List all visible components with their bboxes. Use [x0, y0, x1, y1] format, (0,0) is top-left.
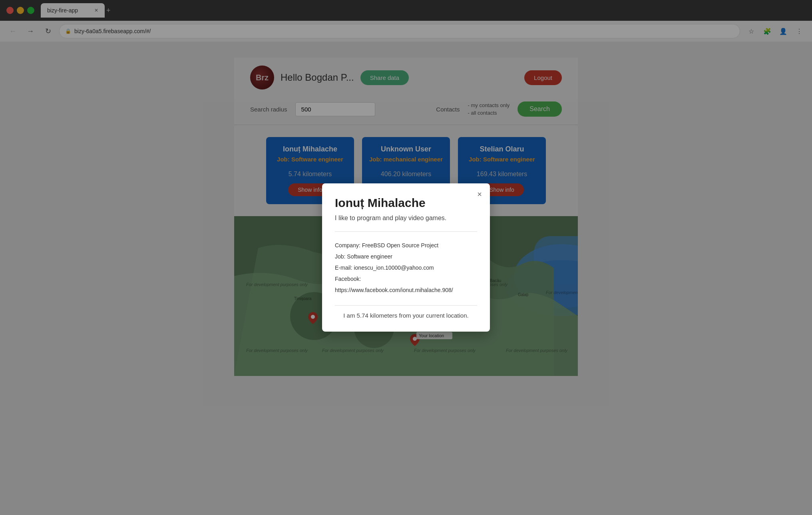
modal-tagline: I like to program and play video games.: [335, 215, 477, 222]
modal-divider-2: [335, 305, 477, 306]
modal-close-button[interactable]: ×: [477, 190, 482, 199]
modal-details: Company: FreeBSD Open Source ProjectJob:…: [335, 240, 477, 296]
modal-overlay[interactable]: × Ionuț Mihalache I like to program and …: [0, 0, 812, 515]
modal-divider-1: [335, 231, 477, 232]
modal-distance: I am 5.74 kilometers from your current l…: [335, 312, 477, 319]
modal: × Ionuț Mihalache I like to program and …: [322, 183, 490, 332]
modal-title: Ionuț Mihalache: [335, 196, 477, 210]
